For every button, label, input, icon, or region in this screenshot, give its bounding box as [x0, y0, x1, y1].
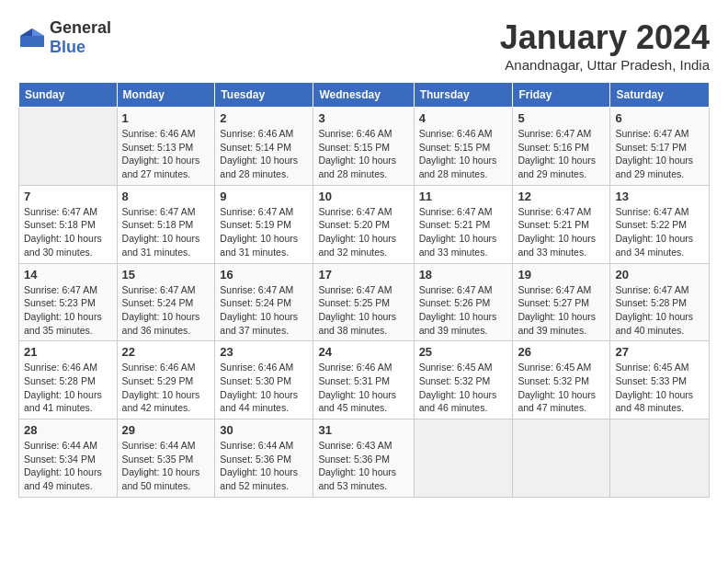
- logo-general: General: [50, 18, 111, 37]
- day-info: Sunrise: 6:47 AM Sunset: 5:16 PM Dayligh…: [518, 127, 605, 181]
- month-title: January 2024: [500, 18, 710, 57]
- day-number: 27: [615, 345, 704, 359]
- calendar-cell: 26Sunrise: 6:45 AM Sunset: 5:32 PM Dayli…: [513, 341, 610, 419]
- day-info: Sunrise: 6:46 AM Sunset: 5:13 PM Dayligh…: [122, 127, 210, 181]
- calendar-cell: [513, 419, 610, 498]
- day-info: Sunrise: 6:45 AM Sunset: 5:32 PM Dayligh…: [518, 361, 605, 415]
- day-number: 22: [122, 345, 210, 359]
- day-number: 13: [615, 190, 704, 203]
- calendar-cell: 10Sunrise: 6:47 AM Sunset: 5:20 PM Dayli…: [313, 185, 414, 263]
- calendar-cell: 11Sunrise: 6:47 AM Sunset: 5:21 PM Dayli…: [414, 185, 513, 263]
- calendar-cell: 20Sunrise: 6:47 AM Sunset: 5:28 PM Dayli…: [610, 263, 710, 341]
- header-day-saturday: Saturday: [610, 83, 710, 108]
- day-number: 20: [615, 268, 704, 282]
- calendar-cell: 17Sunrise: 6:47 AM Sunset: 5:25 PM Dayli…: [313, 263, 414, 341]
- day-info: Sunrise: 6:44 AM Sunset: 5:34 PM Dayligh…: [24, 439, 112, 493]
- day-number: 25: [419, 345, 508, 359]
- day-number: 18: [419, 268, 508, 282]
- day-info: Sunrise: 6:46 AM Sunset: 5:31 PM Dayligh…: [318, 361, 408, 415]
- day-number: 16: [220, 268, 308, 282]
- title-section: January 2024 Anandnagar, Uttar Pradesh, …: [500, 18, 710, 73]
- day-info: Sunrise: 6:47 AM Sunset: 5:19 PM Dayligh…: [220, 205, 308, 259]
- svg-marker-1: [32, 29, 44, 36]
- calendar-cell: [414, 419, 513, 498]
- day-number: 10: [318, 190, 408, 203]
- calendar-cell: 29Sunrise: 6:44 AM Sunset: 5:35 PM Dayli…: [117, 419, 215, 498]
- day-number: 30: [220, 423, 308, 437]
- calendar-cell: 16Sunrise: 6:47 AM Sunset: 5:24 PM Dayli…: [215, 263, 313, 341]
- calendar-cell: 28Sunrise: 6:44 AM Sunset: 5:34 PM Dayli…: [19, 419, 118, 498]
- day-info: Sunrise: 6:47 AM Sunset: 5:25 PM Dayligh…: [318, 283, 408, 338]
- day-number: 15: [122, 268, 210, 282]
- day-number: 5: [518, 111, 605, 125]
- calendar-cell: 1Sunrise: 6:46 AM Sunset: 5:13 PM Daylig…: [117, 108, 215, 186]
- header-day-thursday: Thursday: [414, 83, 513, 108]
- header-day-tuesday: Tuesday: [215, 83, 313, 108]
- day-info: Sunrise: 6:47 AM Sunset: 5:22 PM Dayligh…: [615, 205, 704, 259]
- calendar-cell: 23Sunrise: 6:46 AM Sunset: 5:30 PM Dayli…: [215, 341, 313, 419]
- header-day-monday: Monday: [117, 83, 215, 108]
- day-number: 24: [318, 345, 408, 359]
- calendar-cell: 21Sunrise: 6:46 AM Sunset: 5:28 PM Dayli…: [19, 341, 118, 419]
- day-number: 2: [220, 111, 308, 125]
- calendar-header-row: SundayMondayTuesdayWednesdayThursdayFrid…: [19, 83, 710, 108]
- calendar-week-5: 28Sunrise: 6:44 AM Sunset: 5:34 PM Dayli…: [19, 419, 710, 498]
- day-info: Sunrise: 6:47 AM Sunset: 5:28 PM Dayligh…: [615, 283, 704, 338]
- calendar-cell: 7Sunrise: 6:47 AM Sunset: 5:18 PM Daylig…: [19, 185, 118, 263]
- calendar-cell: 30Sunrise: 6:44 AM Sunset: 5:36 PM Dayli…: [215, 419, 313, 498]
- calendar-cell: 4Sunrise: 6:46 AM Sunset: 5:15 PM Daylig…: [414, 108, 513, 186]
- logo-blue: Blue: [50, 38, 85, 56]
- header: General Blue January 2024 Anandnagar, Ut…: [18, 18, 710, 73]
- day-number: 19: [518, 268, 605, 282]
- day-info: Sunrise: 6:46 AM Sunset: 5:15 PM Dayligh…: [419, 127, 508, 181]
- calendar-cell: [610, 419, 710, 498]
- day-number: 28: [24, 423, 112, 437]
- day-number: 9: [220, 190, 308, 203]
- calendar-cell: [19, 108, 118, 186]
- calendar-cell: 13Sunrise: 6:47 AM Sunset: 5:22 PM Dayli…: [610, 185, 710, 263]
- day-number: 3: [318, 111, 408, 125]
- day-info: Sunrise: 6:47 AM Sunset: 5:18 PM Dayligh…: [24, 205, 112, 259]
- calendar-week-1: 1Sunrise: 6:46 AM Sunset: 5:13 PM Daylig…: [19, 108, 710, 186]
- calendar-cell: 27Sunrise: 6:45 AM Sunset: 5:33 PM Dayli…: [610, 341, 710, 419]
- day-info: Sunrise: 6:46 AM Sunset: 5:28 PM Dayligh…: [24, 361, 112, 415]
- calendar-week-4: 21Sunrise: 6:46 AM Sunset: 5:28 PM Dayli…: [19, 341, 710, 419]
- calendar-cell: 24Sunrise: 6:46 AM Sunset: 5:31 PM Dayli…: [313, 341, 414, 419]
- calendar-table: SundayMondayTuesdayWednesdayThursdayFrid…: [18, 82, 710, 498]
- day-number: 26: [518, 345, 605, 359]
- calendar-cell: 14Sunrise: 6:47 AM Sunset: 5:23 PM Dayli…: [19, 263, 118, 341]
- day-info: Sunrise: 6:47 AM Sunset: 5:20 PM Dayligh…: [318, 205, 408, 259]
- calendar-week-3: 14Sunrise: 6:47 AM Sunset: 5:23 PM Dayli…: [19, 263, 710, 341]
- day-info: Sunrise: 6:47 AM Sunset: 5:17 PM Dayligh…: [615, 127, 704, 181]
- day-info: Sunrise: 6:47 AM Sunset: 5:27 PM Dayligh…: [518, 283, 605, 338]
- day-number: 1: [122, 111, 210, 125]
- calendar-cell: 12Sunrise: 6:47 AM Sunset: 5:21 PM Dayli…: [513, 185, 610, 263]
- header-day-friday: Friday: [513, 83, 610, 108]
- day-number: 8: [122, 190, 210, 203]
- day-info: Sunrise: 6:44 AM Sunset: 5:36 PM Dayligh…: [220, 439, 308, 493]
- day-info: Sunrise: 6:47 AM Sunset: 5:21 PM Dayligh…: [518, 205, 605, 259]
- calendar-cell: 19Sunrise: 6:47 AM Sunset: 5:27 PM Dayli…: [513, 263, 610, 341]
- day-info: Sunrise: 6:47 AM Sunset: 5:21 PM Dayligh…: [419, 205, 508, 259]
- day-info: Sunrise: 6:43 AM Sunset: 5:36 PM Dayligh…: [318, 439, 408, 493]
- day-info: Sunrise: 6:47 AM Sunset: 5:24 PM Dayligh…: [122, 283, 210, 338]
- calendar-cell: 2Sunrise: 6:46 AM Sunset: 5:14 PM Daylig…: [215, 108, 313, 186]
- calendar-cell: 5Sunrise: 6:47 AM Sunset: 5:16 PM Daylig…: [513, 108, 610, 186]
- header-day-wednesday: Wednesday: [313, 83, 414, 108]
- calendar-cell: 9Sunrise: 6:47 AM Sunset: 5:19 PM Daylig…: [215, 185, 313, 263]
- day-info: Sunrise: 6:45 AM Sunset: 5:32 PM Dayligh…: [419, 361, 508, 415]
- day-info: Sunrise: 6:47 AM Sunset: 5:26 PM Dayligh…: [419, 283, 508, 338]
- day-info: Sunrise: 6:46 AM Sunset: 5:29 PM Dayligh…: [122, 361, 210, 415]
- day-number: 31: [318, 423, 408, 437]
- day-number: 6: [615, 111, 704, 125]
- svg-marker-2: [20, 29, 32, 36]
- calendar-cell: 25Sunrise: 6:45 AM Sunset: 5:32 PM Dayli…: [414, 341, 513, 419]
- calendar-cell: 18Sunrise: 6:47 AM Sunset: 5:26 PM Dayli…: [414, 263, 513, 341]
- generalblue-logo-icon: [18, 27, 46, 49]
- day-info: Sunrise: 6:47 AM Sunset: 5:18 PM Dayligh…: [122, 205, 210, 259]
- calendar-cell: 22Sunrise: 6:46 AM Sunset: 5:29 PM Dayli…: [117, 341, 215, 419]
- day-info: Sunrise: 6:44 AM Sunset: 5:35 PM Dayligh…: [122, 439, 210, 493]
- day-number: 7: [24, 190, 112, 203]
- calendar-cell: 3Sunrise: 6:46 AM Sunset: 5:15 PM Daylig…: [313, 108, 414, 186]
- day-number: 21: [24, 345, 112, 359]
